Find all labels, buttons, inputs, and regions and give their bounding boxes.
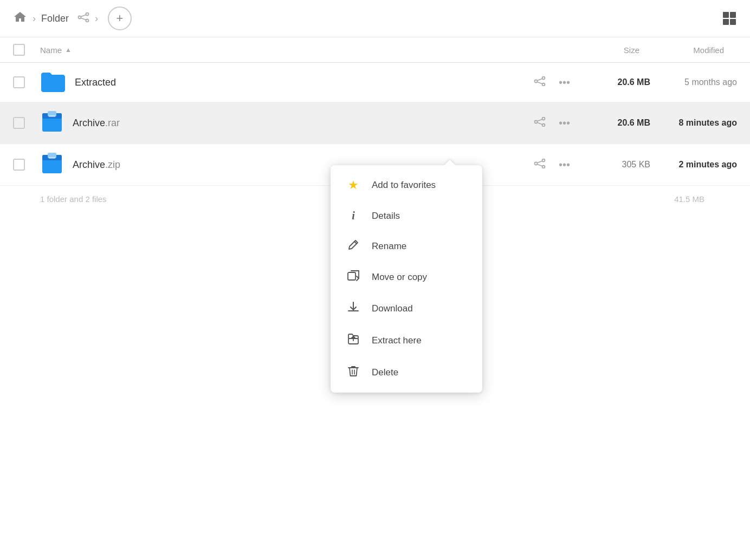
menu-label-extract-here: Extract here bbox=[372, 335, 422, 346]
sort-arrow-icon: ▲ bbox=[65, 46, 72, 54]
share-icon-archive-rar[interactable] bbox=[532, 115, 548, 132]
menu-item-delete[interactable]: Delete bbox=[331, 356, 482, 388]
file-actions-extracted: ••• bbox=[532, 74, 572, 91]
archive-zip-icon bbox=[40, 152, 64, 178]
menu-item-details[interactable]: i Details bbox=[331, 201, 482, 231]
svg-rect-26 bbox=[49, 157, 55, 159]
file-modified-extracted: 5 months ago bbox=[650, 77, 737, 87]
info-icon: i bbox=[346, 210, 361, 222]
svg-rect-33 bbox=[348, 272, 355, 280]
svg-line-31 bbox=[537, 164, 542, 166]
file-size-extracted: 20.6 MB bbox=[585, 77, 650, 87]
more-icon-extracted[interactable]: ••• bbox=[557, 74, 572, 91]
more-icon-archive-rar[interactable]: ••• bbox=[557, 115, 572, 132]
file-size-archive-zip: 305 KB bbox=[585, 160, 650, 170]
svg-line-12 bbox=[537, 79, 542, 81]
svg-point-27 bbox=[542, 159, 545, 161]
download-icon bbox=[346, 301, 361, 316]
svg-rect-5 bbox=[723, 12, 729, 18]
trash-icon bbox=[346, 365, 361, 380]
menu-label-add-favorites: Add to favorites bbox=[372, 180, 436, 191]
menu-item-download[interactable]: Download bbox=[331, 292, 482, 324]
pencil-icon bbox=[346, 239, 361, 253]
svg-line-21 bbox=[537, 119, 542, 121]
svg-point-9 bbox=[542, 76, 545, 79]
checkbox-archive-zip[interactable] bbox=[13, 159, 25, 171]
view-toggle[interactable] bbox=[722, 11, 737, 26]
add-button[interactable]: + bbox=[108, 6, 132, 30]
name-column-header[interactable]: Name bbox=[40, 45, 62, 55]
file-actions-archive-rar: ••• bbox=[532, 115, 572, 132]
breadcrumb: › Folder › + bbox=[13, 6, 717, 30]
archive-rar-icon bbox=[40, 110, 64, 136]
menu-item-rename[interactable]: Rename bbox=[331, 231, 482, 262]
svg-line-22 bbox=[537, 122, 542, 125]
svg-line-4 bbox=[81, 18, 86, 20]
svg-rect-7 bbox=[723, 19, 729, 25]
svg-point-18 bbox=[542, 117, 545, 120]
menu-label-delete: Delete bbox=[372, 367, 398, 378]
svg-point-11 bbox=[534, 80, 537, 82]
checkbox-archive-rar[interactable] bbox=[13, 117, 25, 129]
svg-point-19 bbox=[542, 123, 545, 126]
share-icon-breadcrumb[interactable] bbox=[77, 12, 89, 24]
extract-icon bbox=[346, 333, 361, 348]
svg-line-3 bbox=[81, 15, 86, 17]
file-actions-archive-zip: ••• bbox=[532, 157, 572, 173]
context-menu: ★ Add to favorites i Details Rename Move… bbox=[331, 165, 482, 393]
file-name-archive-rar: Archive.rar bbox=[73, 118, 120, 129]
list-header: Name ▲ Size Modified bbox=[0, 37, 750, 63]
footer-summary: 1 folder and 2 files bbox=[40, 194, 107, 204]
share-icon-extracted[interactable] bbox=[532, 74, 548, 91]
svg-line-13 bbox=[537, 82, 542, 84]
svg-line-30 bbox=[537, 161, 542, 163]
modified-column-header[interactable]: Modified bbox=[639, 45, 737, 55]
menu-item-add-favorites[interactable]: ★ Add to favorites bbox=[331, 170, 482, 201]
svg-point-29 bbox=[534, 162, 537, 165]
file-row-extracted[interactable]: Extracted ••• 20.6 MB 5 months ago bbox=[0, 63, 750, 102]
size-column-header[interactable]: Size bbox=[574, 45, 639, 55]
file-size-archive-rar: 20.6 MB bbox=[585, 118, 650, 128]
svg-rect-6 bbox=[730, 12, 736, 18]
move-icon bbox=[346, 270, 361, 284]
star-icon: ★ bbox=[346, 178, 361, 192]
svg-rect-17 bbox=[49, 115, 55, 117]
select-all-checkbox[interactable] bbox=[13, 44, 25, 56]
home-icon[interactable] bbox=[13, 10, 27, 27]
grid-view-icon[interactable] bbox=[722, 11, 737, 26]
svg-point-28 bbox=[542, 165, 545, 168]
folder-icon bbox=[40, 70, 66, 94]
menu-label-details: Details bbox=[372, 211, 400, 222]
svg-point-0 bbox=[86, 13, 89, 16]
svg-point-1 bbox=[86, 19, 89, 22]
footer-total-size: 41.5 MB bbox=[674, 194, 704, 204]
toolbar: › Folder › + bbox=[0, 0, 750, 37]
menu-item-extract-here[interactable]: Extract here bbox=[331, 324, 482, 356]
breadcrumb-separator-1: › bbox=[33, 13, 36, 24]
file-name-archive-zip: Archive.zip bbox=[73, 159, 120, 171]
file-modified-archive-rar: 8 minutes ago bbox=[650, 118, 737, 128]
svg-point-10 bbox=[542, 83, 545, 86]
file-row-archive-rar[interactable]: Archive.rar ••• 20.6 MB 8 minutes ago bbox=[0, 102, 750, 144]
svg-point-20 bbox=[534, 120, 537, 123]
svg-point-2 bbox=[79, 16, 81, 19]
checkbox-extracted[interactable] bbox=[13, 76, 25, 88]
svg-rect-8 bbox=[730, 19, 736, 25]
menu-label-download: Download bbox=[372, 303, 413, 314]
file-name-extracted: Extracted bbox=[75, 77, 116, 88]
more-icon-archive-zip[interactable]: ••• bbox=[557, 157, 572, 173]
menu-item-move-copy[interactable]: Move or copy bbox=[331, 262, 482, 292]
menu-label-move-copy: Move or copy bbox=[372, 272, 427, 283]
breadcrumb-separator-2: › bbox=[95, 13, 98, 24]
file-modified-archive-zip: 2 minutes ago bbox=[650, 160, 737, 170]
share-icon-archive-zip[interactable] bbox=[532, 157, 548, 173]
breadcrumb-folder[interactable]: Folder bbox=[41, 13, 69, 24]
menu-label-rename: Rename bbox=[372, 241, 406, 252]
